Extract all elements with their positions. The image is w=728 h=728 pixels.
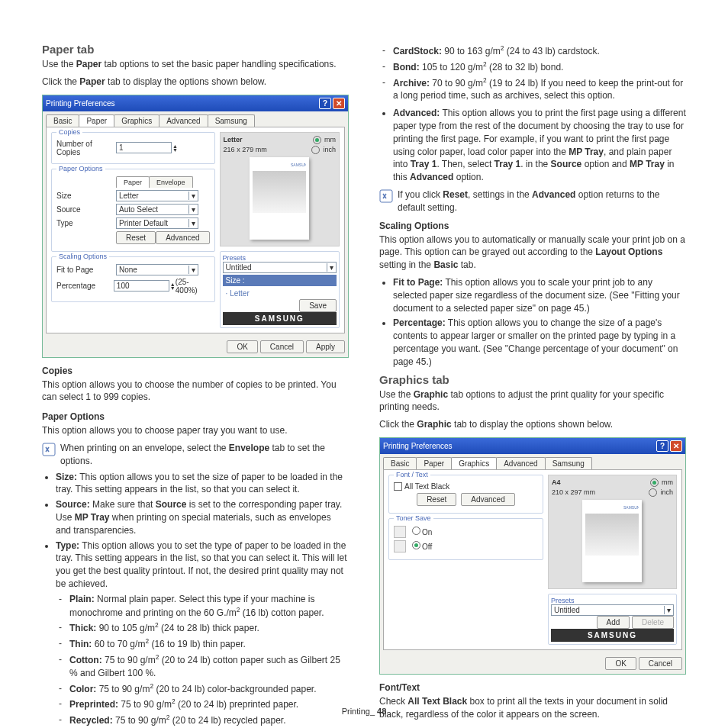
tab-samsung[interactable]: Samsung xyxy=(545,457,592,469)
apply-button[interactable]: Apply xyxy=(306,340,345,353)
presets-label: Presets xyxy=(223,254,337,262)
note-icon xyxy=(42,443,56,456)
select-preset[interactable]: Untitled▾ xyxy=(551,604,674,616)
tab-graphics[interactable]: Graphics xyxy=(451,457,497,469)
add-button[interactable]: Add xyxy=(597,616,630,629)
tab-advanced[interactable]: Advanced xyxy=(496,457,545,469)
note-reset: If you click Reset, settings in the Adva… xyxy=(379,188,686,214)
label-num-copies: Number of Copies xyxy=(56,140,116,156)
close-button[interactable]: ✕ xyxy=(333,98,345,109)
item-cardstock: CardStock: 90 to 163 g/m2 (24 to 43 lb) … xyxy=(393,44,686,58)
help-button[interactable]: ? xyxy=(319,98,331,109)
graphics-intro: Use the Graphic tab options to adjust th… xyxy=(379,388,686,414)
item-cotton: Cotton: 75 to 90 g/m2 (20 to 24 lb) cott… xyxy=(69,653,349,680)
preset-item: · Letter xyxy=(223,288,337,299)
heading-scaling: Scaling Options xyxy=(379,221,686,231)
input-pct[interactable]: 100 xyxy=(114,280,169,292)
radio-on[interactable] xyxy=(412,527,420,535)
spinner-pct[interactable]: ▲▼ xyxy=(170,282,176,290)
radio-inch[interactable] xyxy=(649,488,657,497)
svg-rect-2 xyxy=(380,190,392,202)
scaling-intro: This option allows you to automatically … xyxy=(379,234,686,272)
item-type: Type: This option allows you to set the … xyxy=(56,540,349,728)
item-advanced: Advanced: This option allows you to prin… xyxy=(393,107,686,184)
item-archive: Archive: 70 to 90 g/m2 (19 to 24 lb) If … xyxy=(393,76,686,103)
tab-paper[interactable]: Paper xyxy=(79,114,114,127)
select-preset[interactable]: Untitled▾ xyxy=(223,262,337,273)
label-type: Type xyxy=(56,219,116,227)
brand: SAMSUNG xyxy=(551,629,674,642)
select-type[interactable]: Printer Default▾ xyxy=(116,217,198,229)
toner-icons xyxy=(394,540,406,552)
delete-button[interactable]: Delete xyxy=(632,616,674,629)
svg-text:SAMSUNG: SAMSUNG xyxy=(291,163,306,167)
advanced-button[interactable]: Advanced xyxy=(156,231,209,244)
heading-graphics-tab: Graphics tab xyxy=(379,373,686,386)
group-toner-save: Toner Save xyxy=(394,514,433,522)
svg-text:SAMSUNG: SAMSUNG xyxy=(623,505,639,510)
brand: SAMSUNG xyxy=(223,312,337,325)
note-envelope: When printing on an envelope, select the… xyxy=(42,442,349,468)
item-color: Color: 75 to 90 g/m2 (20 to 24 lb) color… xyxy=(69,682,349,696)
label-source: Source xyxy=(56,205,116,214)
select-source[interactable]: Auto Select▾ xyxy=(116,204,198,215)
subtab-paper[interactable]: Paper xyxy=(116,176,150,188)
select-fit[interactable]: None▾ xyxy=(116,264,198,275)
checkbox-all-text-black[interactable] xyxy=(394,482,402,491)
cancel-button[interactable]: Cancel xyxy=(639,657,682,670)
graphics-click: Click the Graphic tab to display the opt… xyxy=(379,418,686,431)
paper-tab-intro: Use the Paper tab options to set the bas… xyxy=(42,58,349,71)
dialog-title: Printing Preferences xyxy=(46,99,317,108)
heading-copies: Copies xyxy=(42,366,349,376)
input-copies[interactable]: 1 xyxy=(116,142,172,153)
item-bond: Bond: 105 to 120 g/m2 (28 to 32 lb) bond… xyxy=(393,60,686,74)
heading-paper-options: Paper Options xyxy=(42,411,349,422)
group-paper-options: Paper Options xyxy=(56,165,105,172)
radio-inch[interactable] xyxy=(311,146,320,154)
svg-rect-1 xyxy=(43,443,55,456)
item-thick: Thick: 90 to 105 g/m2 (24 to 28 lb) thic… xyxy=(69,621,349,635)
cancel-button[interactable]: Cancel xyxy=(260,340,304,353)
subtab-envelope[interactable]: Envelope xyxy=(149,176,193,188)
tab-samsung[interactable]: Samsung xyxy=(208,114,255,127)
dialog-graphics: Printing Preferences?✕ Basic Paper Graph… xyxy=(379,437,686,675)
select-size[interactable]: Letter▾ xyxy=(116,190,198,201)
radio-off[interactable] xyxy=(412,541,420,549)
tab-basic[interactable]: Basic xyxy=(383,457,417,469)
tab-advanced[interactable]: Advanced xyxy=(159,114,208,127)
item-fit: Fit to Page: This option allows you to s… xyxy=(393,276,686,314)
tab-paper[interactable]: Paper xyxy=(416,457,452,469)
tab-graphics[interactable]: Graphics xyxy=(114,114,159,127)
tab-basic[interactable]: Basic xyxy=(46,114,79,127)
save-preset-button[interactable]: Save xyxy=(299,299,337,312)
presets-label: Presets xyxy=(551,597,674,604)
label-fit: Fit to Page xyxy=(56,266,116,274)
ok-button[interactable]: OK xyxy=(605,657,636,670)
pct-range: (25-400%) xyxy=(176,278,210,295)
reset-button[interactable]: Reset xyxy=(417,493,456,506)
radio-mm[interactable] xyxy=(650,478,659,487)
group-font-text: Font / Text xyxy=(394,471,430,478)
radio-mm[interactable] xyxy=(313,136,321,144)
label-pct: Percentage xyxy=(56,282,114,290)
label-size: Size xyxy=(56,192,116,200)
help-button[interactable]: ? xyxy=(656,440,668,452)
item-plain: Plain: Normal plain paper. Select this t… xyxy=(69,593,349,620)
item-pct: Percentage: This option allows you to ch… xyxy=(393,317,686,368)
preview-panel: A4mm 210 x 297 mminch SAMSUNG xyxy=(548,475,677,589)
spinner[interactable]: ▲▼ xyxy=(172,144,178,152)
reset-button[interactable]: Reset xyxy=(116,231,156,244)
page-footer: Printing_ 48 xyxy=(0,706,728,717)
preview-panel: Lettermm 216 x 279 mminch SAMSUNG xyxy=(220,132,340,246)
dialog-paper: Printing Preferences?✕ Basic Paper Graph… xyxy=(42,95,349,358)
label-atb: All Text Black xyxy=(404,482,449,491)
advanced-button[interactable]: Advanced xyxy=(461,493,514,506)
heading-paper-tab: Paper tab xyxy=(42,43,349,56)
close-button[interactable]: ✕ xyxy=(670,440,682,452)
note-icon xyxy=(379,189,393,203)
ok-button[interactable]: OK xyxy=(227,340,257,353)
preset-section-size: Size : xyxy=(223,275,337,286)
paper-tab-click: Click the Paper tab to display the optio… xyxy=(42,76,349,89)
dialog-title: Printing Preferences xyxy=(383,442,655,450)
group-copies: Copies xyxy=(56,128,82,136)
